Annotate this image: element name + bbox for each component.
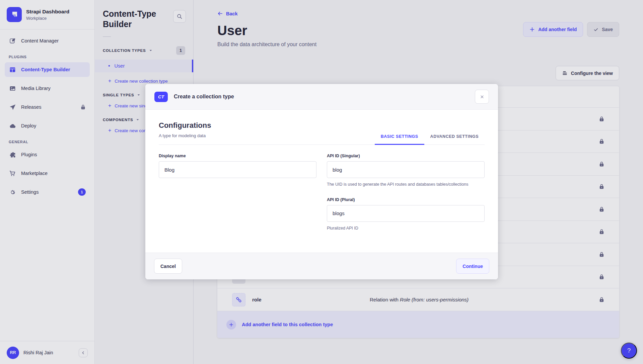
collection-type-form: Display name API ID (Singular) The UID i… xyxy=(159,154,485,232)
modal-footer: Cancel Continue xyxy=(145,253,498,279)
settings-tabs: BASIC SETTINGS ADVANCED SETTINGS xyxy=(375,134,485,145)
api-id-singular-group: API ID (Singular) The UID is used to gen… xyxy=(327,154,485,188)
display-name-group: Display name xyxy=(159,154,316,232)
api-id-singular-help: The UID is used to generate the API rout… xyxy=(327,181,485,188)
continue-button[interactable]: Continue xyxy=(456,259,489,274)
api-id-plural-group: API ID (Plural) Pluralized API ID xyxy=(327,197,485,232)
configurations-subheading: A type for modeling data xyxy=(159,133,211,138)
strapi-app: Strapi Dashboard Workplace Content Manag… xyxy=(0,0,643,364)
api-id-plural-input[interactable] xyxy=(327,205,485,222)
api-id-plural-label: API ID (Plural) xyxy=(327,197,485,202)
configurations-heading: Configurations xyxy=(159,121,211,130)
close-modal-button[interactable] xyxy=(475,90,489,104)
modal-body-header: Configurations A type for modeling data … xyxy=(159,121,485,145)
api-id-column: API ID (Singular) The UID is used to gen… xyxy=(327,154,485,232)
close-icon xyxy=(480,94,485,99)
ct-badge: CT xyxy=(154,92,168,102)
tab-advanced-settings[interactable]: ADVANCED SETTINGS xyxy=(424,134,485,145)
tab-basic-settings[interactable]: BASIC SETTINGS xyxy=(375,134,424,145)
display-name-label: Display name xyxy=(159,154,316,158)
modal-body: Configurations A type for modeling data … xyxy=(145,110,498,253)
modal-header: CT Create a collection type xyxy=(145,84,498,110)
display-name-input[interactable] xyxy=(159,161,316,178)
api-id-singular-input[interactable] xyxy=(327,161,485,178)
cancel-button[interactable]: Cancel xyxy=(154,259,182,274)
api-id-singular-label: API ID (Singular) xyxy=(327,154,485,158)
create-collection-type-modal: CT Create a collection type Configuratio… xyxy=(145,84,498,279)
api-id-plural-help: Pluralized API ID xyxy=(327,225,485,232)
modal-title: Create a collection type xyxy=(174,94,234,100)
